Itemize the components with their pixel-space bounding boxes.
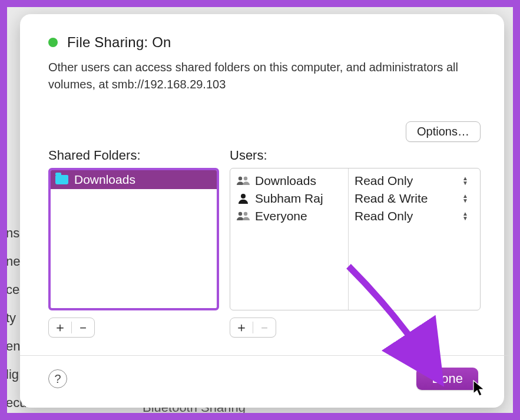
chevron-updown-icon: ▲▼ xyxy=(462,175,472,187)
permission-select[interactable]: Read & Write ▲▼ xyxy=(349,190,480,207)
shared-folder-item[interactable]: Downloads xyxy=(51,170,217,189)
add-folder-button[interactable]: ＋ xyxy=(49,318,71,337)
group-icon xyxy=(236,174,250,187)
add-user-button[interactable]: ＋ xyxy=(230,318,253,337)
divider xyxy=(20,355,509,356)
modal-description: Other users can access shared folders on… xyxy=(48,59,472,93)
person-icon xyxy=(236,192,250,205)
users-list: Downloads Subham Raj Every xyxy=(230,168,481,310)
chevron-updown-icon: ▲▼ xyxy=(462,210,472,222)
svg-point-4 xyxy=(244,212,247,216)
svg-point-3 xyxy=(239,212,242,216)
group-icon xyxy=(236,210,250,223)
remove-folder-button[interactable]: － xyxy=(72,318,94,337)
permission-value: Read Only xyxy=(355,174,413,188)
folder-icon xyxy=(55,175,68,184)
user-item[interactable]: Subham Raj xyxy=(230,190,348,207)
user-name: Everyone xyxy=(255,209,307,223)
permission-value: Read Only xyxy=(355,209,413,223)
shared-folders-add-remove: ＋ － xyxy=(48,318,95,338)
user-item[interactable]: Downloads xyxy=(230,172,348,190)
shared-folders-list[interactable]: Downloads xyxy=(48,168,219,310)
status-indicator-icon xyxy=(48,38,58,47)
permission-select[interactable]: Read Only ▲▼ xyxy=(349,207,480,225)
svg-point-0 xyxy=(239,177,242,180)
remove-user-button: － xyxy=(253,318,276,337)
help-button[interactable]: ? xyxy=(48,369,67,388)
file-sharing-modal: File Sharing: On Other users can access … xyxy=(20,14,504,408)
user-name: Downloads xyxy=(255,174,316,188)
shared-folder-name: Downloads xyxy=(74,173,135,187)
chevron-updown-icon: ▲▼ xyxy=(462,193,472,204)
users-add-remove: ＋ － xyxy=(230,318,276,338)
background-window: ns ne ce ty ent lig ecurity Bluetooth Sh… xyxy=(4,4,516,416)
svg-point-1 xyxy=(244,177,247,180)
users-label: Users: xyxy=(230,148,481,163)
done-button[interactable]: Done xyxy=(416,368,478,390)
modal-title: File Sharing: On xyxy=(67,34,171,51)
permission-select[interactable]: Read Only ▲▼ xyxy=(349,172,480,190)
svg-point-2 xyxy=(241,194,246,199)
shared-folders-label: Shared Folders: xyxy=(48,148,219,163)
permission-value: Read & Write xyxy=(355,191,428,206)
user-name: Subham Raj xyxy=(255,191,323,206)
user-item[interactable]: Everyone xyxy=(230,207,348,225)
options-button[interactable]: Options… xyxy=(406,121,481,142)
